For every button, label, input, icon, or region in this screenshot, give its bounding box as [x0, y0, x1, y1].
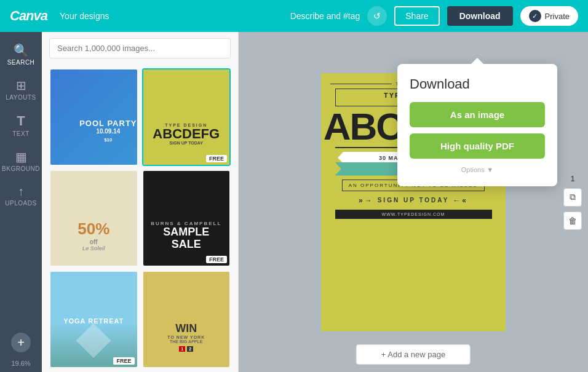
describe-tag-label: Describe and #tag [290, 11, 360, 21]
sidebar-item-bkground[interactable]: ▦ BKGROUND [0, 143, 42, 178]
template-panel: POOL PARTY 10.09.14 $10 TYPE DESIGN ABCD… [42, 32, 239, 372]
download-dropdown-title: Download [410, 76, 545, 92]
arrows-right-icon: ←« [453, 196, 468, 205]
share-button[interactable]: Share [394, 6, 439, 26]
topnav: Canva Your designs Describe and #tag ↺ S… [0, 0, 588, 32]
free-badge-yoga: FREE [113, 357, 134, 365]
add-button[interactable]: + [11, 333, 31, 352]
download-button[interactable]: Download [447, 6, 513, 26]
design-signup: »→ SIGN UP TODAY ←« [359, 196, 468, 205]
check-icon: ✓ [529, 10, 541, 22]
template-yoga[interactable]: YOGA RETREAT FREE [49, 271, 138, 368]
sidebar-item-text[interactable]: T TEXT [0, 107, 42, 143]
sidebar-item-search[interactable]: 🔍 SEARCH [0, 37, 42, 72]
sidebar-label-uploads: UPLOADS [5, 200, 36, 207]
canva-logo: Canva [10, 8, 47, 24]
free-badge-sale: FREE [206, 256, 227, 263]
uploads-icon: ↑ [18, 184, 24, 199]
main-layout: 🔍 SEARCH ⊞ LAYOUTS T TEXT ▦ BKGROUND ↑ U… [0, 32, 588, 372]
template-sample-sale[interactable]: BURNS & CAMPBELL SAMPLESALE FREE [142, 170, 231, 267]
download-image-button[interactable]: As an image [410, 102, 545, 127]
sidebar: 🔍 SEARCH ⊞ LAYOUTS T TEXT ▦ BKGROUND ↑ U… [0, 32, 42, 372]
sidebar-label-bkground: BKGROUND [2, 165, 40, 172]
design-url: WWW.TYPEDESIGN.COM [335, 210, 492, 219]
sidebar-label-text: TEXT [12, 130, 30, 137]
page-number: 1 [571, 175, 575, 183]
dropdown-chevron-icon: ▼ [487, 166, 493, 173]
delete-page-button[interactable]: 🗑 [563, 212, 582, 230]
template-pool-party[interactable]: POOL PARTY 10.09.14 $10 [49, 68, 138, 166]
text-icon: T [17, 113, 25, 129]
search-icon: 🔍 [14, 43, 29, 58]
arrows-left-icon: »→ [359, 196, 374, 205]
add-page-button[interactable]: + Add a new page [356, 344, 471, 365]
download-pdf-button[interactable]: High quality PDF [410, 133, 545, 159]
layouts-icon: ⊞ [16, 78, 26, 93]
template-win[interactable]: WIN TO NEW YORK THE BIG APPLE 1 2 [142, 271, 231, 368]
canvas-area: TOP CLASS TYPE DESIGN and style ABCDEFG … [239, 32, 588, 372]
free-badge: FREE [206, 155, 227, 162]
template-type-design[interactable]: TYPE DESIGN ABCDEFG SIGN UP TODAY FREE [142, 68, 231, 166]
right-controls: 1 ⧉ 🗑 [563, 175, 582, 230]
your-designs: Your designs [60, 11, 109, 21]
sidebar-item-uploads[interactable]: ↑ UPLOADS [0, 178, 42, 213]
private-button[interactable]: ✓ Private [520, 6, 578, 26]
template-vintage[interactable]: 50% off Le Soleil [49, 170, 138, 267]
search-input[interactable] [49, 38, 231, 58]
sidebar-item-layouts[interactable]: ⊞ LAYOUTS [0, 72, 42, 107]
zoom-level: 19.6% [11, 360, 30, 367]
bkground-icon: ▦ [15, 149, 27, 164]
sidebar-label-search: SEARCH [7, 59, 35, 66]
download-dropdown: Download As an image High quality PDF Op… [397, 64, 557, 186]
undo-button[interactable]: ↺ [367, 6, 387, 26]
private-label: Private [545, 12, 570, 21]
templates-grid: POOL PARTY 10.09.14 $10 TYPE DESIGN ABCD… [42, 65, 238, 372]
download-options[interactable]: Options ▼ [410, 165, 545, 174]
duplicate-page-button[interactable]: ⧉ [563, 188, 582, 207]
search-bar [42, 32, 238, 65]
options-label: Options [461, 166, 485, 173]
sidebar-label-layouts: LAYOUTS [6, 94, 36, 101]
